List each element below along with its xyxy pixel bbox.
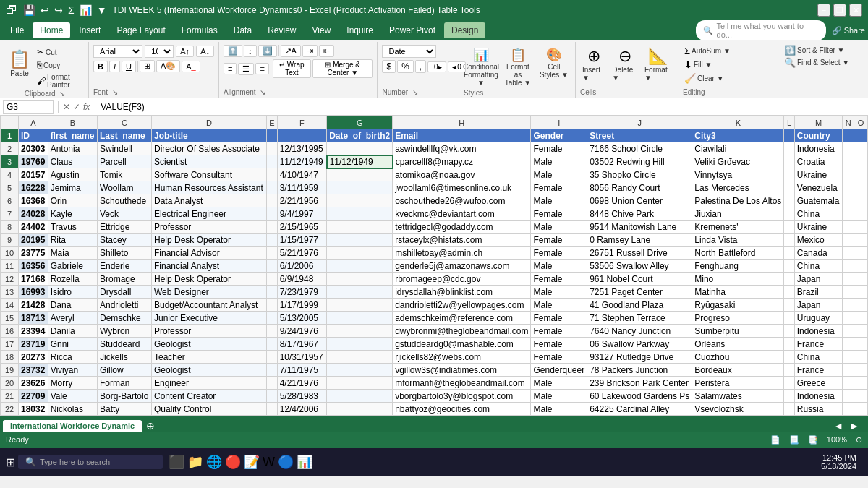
cell-row19-col8[interactable]: Genderqueer: [531, 364, 587, 377]
cell-row18-col5[interactable]: 10/31/1957: [277, 351, 327, 364]
cell-row4-col14[interactable]: [854, 168, 868, 181]
cell-B1[interactable]: fIrst_name: [48, 129, 97, 142]
sheet-tab-active[interactable]: International Workforce Dynamic: [3, 420, 142, 432]
cell-row11-col3[interactable]: Financial Analyst: [151, 260, 266, 273]
cell-row6-col9[interactable]: 0698 Union Center: [587, 194, 692, 207]
cell-row2-col9[interactable]: 7166 School Circle: [587, 142, 692, 155]
cell-row20-col7[interactable]: mformanfi@theglobeandmail.com: [393, 377, 531, 390]
cell-row9-col5[interactable]: 1/15/1977: [277, 234, 327, 247]
cell-row20-col9[interactable]: 239 Brickson Park Center: [587, 377, 692, 390]
cell-row11-col1[interactable]: Gabriele: [48, 260, 97, 273]
cell-N1[interactable]: [843, 129, 854, 142]
file-icon[interactable]: 📊: [78, 3, 93, 17]
cell-row7-col12[interactable]: China: [794, 207, 843, 221]
cell-row8-col13[interactable]: [843, 221, 854, 234]
cell-row9-col0[interactable]: 20195: [19, 234, 48, 247]
cell-row15-col4[interactable]: [266, 312, 277, 325]
cell-row5-col0[interactable]: 16228: [19, 181, 48, 194]
cell-row10-col8[interactable]: Female: [531, 247, 587, 260]
cell-row17-col9[interactable]: 06 Swallow Parkway: [587, 338, 692, 351]
cell-row16-col14[interactable]: [854, 325, 868, 338]
col-header-J[interactable]: J: [587, 116, 692, 129]
bold-button[interactable]: B: [93, 61, 108, 72]
cell-row4-col4[interactable]: [266, 168, 277, 181]
conditional-formatting-button[interactable]: 📊 ConditionalFormatting ▼: [464, 45, 498, 89]
cell-row3-col6[interactable]: 11/12/1949: [327, 155, 393, 168]
cell-row4-col9[interactable]: 35 Shopko Circle: [587, 168, 692, 181]
cell-row15-col0[interactable]: 18713: [19, 312, 48, 325]
cell-row4-col2[interactable]: Tomik: [98, 168, 152, 181]
cell-row17-col7[interactable]: gstuddeardg0@mashable.com: [393, 338, 531, 351]
cell-row16-col4[interactable]: [266, 325, 277, 338]
cell-row12-col5[interactable]: 6/9/1948: [277, 273, 327, 286]
cell-row22-col1[interactable]: Nickolas: [48, 403, 97, 416]
cell-row6-col8[interactable]: Male: [531, 194, 587, 207]
cell-row18-col8[interactable]: Female: [531, 351, 587, 364]
delete-cells-button[interactable]: ⊖ Delete ▼: [610, 45, 639, 84]
clear-button[interactable]: 🧹 Clear ▼: [683, 72, 775, 85]
cell-row17-col2[interactable]: Studdeard: [98, 338, 152, 351]
cell-row16-col1[interactable]: Danila: [48, 325, 97, 338]
cell-row12-col8[interactable]: Female: [531, 273, 587, 286]
cell-G1[interactable]: Date_of_birth2: [327, 129, 393, 142]
cell-row20-col12[interactable]: Greece: [794, 377, 843, 390]
align-top-button[interactable]: ⬆️: [224, 45, 242, 57]
cell-row11-col2[interactable]: Enderle: [98, 260, 152, 273]
cell-row19-col10[interactable]: Bordeaux: [692, 364, 784, 377]
cell-row4-col8[interactable]: Male: [531, 168, 587, 181]
cell-row3-col7[interactable]: cparcellf8@mapy.cz: [393, 155, 531, 168]
cell-row15-col2[interactable]: Demschke: [98, 312, 152, 325]
minimize-button[interactable]: −: [817, 4, 830, 17]
col-header-C[interactable]: C: [98, 116, 152, 129]
notepad-icon[interactable]: 📝: [244, 454, 260, 470]
cell-row7-col2[interactable]: Veck: [98, 207, 152, 221]
align-bottom-button[interactable]: ⬇️: [258, 45, 277, 57]
tell-me-bar[interactable]: 🔍 Tell me what you want to do...: [696, 20, 826, 40]
font-color-button[interactable]: A_: [182, 61, 200, 72]
cell-row9-col13[interactable]: [843, 234, 854, 247]
cell-row18-col6[interactable]: [327, 351, 393, 364]
cell-row18-col14[interactable]: [854, 351, 868, 364]
menu-inquire[interactable]: Inquire: [339, 22, 380, 38]
cell-row15-col9[interactable]: 71 Stephen Terrace: [587, 312, 692, 325]
cell-row3-col2[interactable]: Parcell: [98, 155, 152, 168]
cell-row3-col9[interactable]: 03502 Redwing Hill: [587, 155, 692, 168]
autosum-button[interactable]: Σ AutoSum ▼: [683, 45, 775, 57]
cell-row22-col0[interactable]: 18032: [19, 403, 48, 416]
cell-row16-col13[interactable]: [843, 325, 854, 338]
cell-row6-col0[interactable]: 16368: [19, 194, 48, 207]
cell-row6-col14[interactable]: [854, 194, 868, 207]
cell-K1[interactable]: City3: [692, 129, 784, 142]
cell-row15-col7[interactable]: ademschkeim@reference.com: [393, 312, 531, 325]
cell-row18-col4[interactable]: [266, 351, 277, 364]
cell-O1[interactable]: [854, 129, 868, 142]
col-header-E[interactable]: E: [266, 116, 277, 129]
cell-row17-col13[interactable]: [843, 338, 854, 351]
align-middle-button[interactable]: ↕: [244, 45, 257, 57]
cell-row7-col13[interactable]: [843, 207, 854, 221]
cell-row5-col6[interactable]: [327, 181, 393, 194]
col-header-I[interactable]: I: [531, 116, 587, 129]
align-right-button[interactable]: ≡: [255, 63, 268, 74]
insert-cells-button[interactable]: ⊕ Insert ▼: [580, 45, 607, 84]
cell-row15-col1[interactable]: Averyl: [48, 312, 97, 325]
italic-button[interactable]: I: [109, 61, 120, 72]
cell-row11-col6[interactable]: [327, 260, 393, 273]
merge-center-button[interactable]: ⊞ Merge & Center ▼: [312, 59, 373, 78]
cell-row14-col1[interactable]: Dana: [48, 299, 97, 312]
cell-row8-col8[interactable]: Male: [531, 221, 587, 234]
cell-row13-col8[interactable]: Male: [531, 286, 587, 299]
accounting-button[interactable]: $: [382, 60, 396, 73]
cell-row14-col8[interactable]: Male: [531, 299, 587, 312]
edge-icon[interactable]: 🌐: [206, 454, 222, 470]
sigma-button[interactable]: Σ: [67, 3, 76, 17]
cell-row17-col4[interactable]: [266, 338, 277, 351]
cell-row20-col8[interactable]: Male: [531, 377, 587, 390]
cell-row7-col10[interactable]: Jiuxian: [692, 207, 784, 221]
cell-row4-col12[interactable]: Ukraine: [794, 168, 843, 181]
cell-row2-col0[interactable]: 20303: [19, 142, 48, 155]
cell-row8-col4[interactable]: [266, 221, 277, 234]
cell-row4-col1[interactable]: Agustin: [48, 168, 97, 181]
cell-row21-col2[interactable]: Borg-Bartolo: [98, 390, 152, 403]
cut-button[interactable]: ✂ Cut: [35, 46, 84, 58]
